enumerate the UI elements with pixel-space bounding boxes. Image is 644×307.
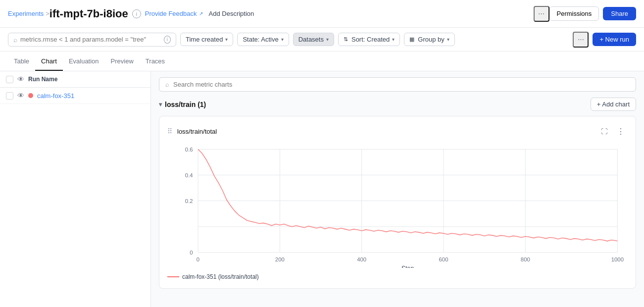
run-row[interactable]: 👁 calm-fox-351 [0,88,150,104]
svg-text:0.6: 0.6 [185,147,193,153]
breadcrumb[interactable]: Experiments > [8,10,50,17]
section-collapse-icon[interactable]: ▾ [159,101,162,108]
breadcrumb-label[interactable]: Experiments [8,10,44,17]
datasets-dropdown[interactable]: Datasets ▾ [293,33,334,46]
svg-text:Step: Step [401,265,414,268]
search-box: ⌕ i [8,33,176,47]
chart-more-button[interactable]: ⋮ [614,124,628,138]
tabs-bar: Table Chart Evaluation Preview Traces [0,51,644,71]
state-chevron-icon: ▾ [281,37,284,42]
svg-text:600: 600 [439,256,448,262]
metric-search-icon: ⌕ [165,81,169,88]
new-run-button[interactable]: + New run [593,33,636,46]
right-panel: ⌕ ▾ loss/train (1) + Add chart ⠿ loss/tr… [151,71,644,307]
run-name-column-header: Run Name [28,76,57,83]
section-header: ▾ loss/train (1) + Add chart [159,98,636,111]
svg-text:0.4: 0.4 [185,172,193,178]
sort-chevron-icon: ▾ [392,37,395,42]
add-chart-button[interactable]: + Add chart [591,98,636,111]
toolbar-more-button[interactable]: ⋯ [573,32,589,48]
breadcrumb-sep: > [46,10,50,17]
chart-expand-button[interactable]: ⛶ [597,124,611,138]
page-title: ift-mpt-7b-i8ioe [50,7,128,20]
tab-preview[interactable]: Preview [105,52,140,71]
svg-text:200: 200 [275,256,285,262]
svg-text:1000: 1000 [611,256,624,262]
metric-search-input[interactable] [173,81,630,88]
top-header: Experiments > ift-mpt-7b-i8ioe i Provide… [0,0,644,28]
time-created-dropdown[interactable]: Time created ▾ [180,33,233,46]
header-more-button[interactable]: ⋯ [534,6,549,22]
chart-title: loss/train/total [177,128,217,135]
tab-chart[interactable]: Chart [35,52,63,71]
svg-text:800: 800 [521,256,530,262]
state-dropdown[interactable]: State: Active ▾ [237,33,289,46]
chart-title-container: ⠿ loss/train/total [167,127,217,135]
run-visibility-toggle[interactable]: 👁 [17,92,24,100]
tab-table[interactable]: Table [8,52,35,71]
feedback-link[interactable]: Provide Feedback ↗ [145,10,203,17]
sort-dropdown[interactable]: ⇅ Sort: Created ▾ [338,33,400,46]
permissions-button[interactable]: Permissions [549,6,599,21]
search-icon: ⌕ [13,36,17,44]
info-icon[interactable]: i [132,9,141,18]
group-by-dropdown[interactable]: ▦ Group by ▾ [404,33,454,46]
main-content: 👁 Run Name 👁 calm-fox-351 ⌕ ▾ loss/train… [0,71,644,307]
toolbar: ⌕ i Time created ▾ State: Active ▾ Datas… [0,28,644,51]
run-name-link[interactable]: calm-fox-351 [37,92,74,100]
run-table-header: 👁 Run Name [0,71,150,88]
drag-handle-icon[interactable]: ⠿ [167,127,172,135]
search-info-icon[interactable]: i [164,36,171,44]
legend-line-color [167,276,179,277]
section-title-text: loss/train (1) [165,101,206,108]
group-by-chevron-icon: ▾ [447,37,449,42]
svg-text:0: 0 [197,256,199,262]
loss-chart: 0.6 0.4 0.2 0 0 200 400 600 800 1000 Ste… [167,144,628,268]
chart-actions: ⛶ ⋮ [597,124,628,138]
add-description-button[interactable]: Add Description [209,10,254,17]
svg-text:0: 0 [190,250,193,256]
svg-text:0.2: 0.2 [185,198,193,204]
run-checkbox[interactable] [6,92,13,100]
select-all-checkbox[interactable] [6,76,13,83]
chart-card-header: ⠿ loss/train/total ⛶ ⋮ [167,124,628,138]
datasets-chevron-icon: ▾ [326,37,329,42]
external-link-icon: ↗ [199,11,203,16]
left-panel: 👁 Run Name 👁 calm-fox-351 [0,71,151,307]
legend-label: calm-fox-351 (loss/train/total) [182,273,259,280]
section-title-container: ▾ loss/train (1) [159,101,206,108]
run-color-dot [28,93,33,98]
metric-search-box: ⌕ [159,77,636,92]
visibility-toggle-all[interactable]: 👁 [17,75,24,83]
share-button[interactable]: Share [603,7,636,20]
chart-card: ⠿ loss/train/total ⛶ ⋮ [159,116,636,289]
time-created-chevron-icon: ▾ [225,37,228,42]
tab-evaluation[interactable]: Evaluation [63,52,105,71]
chart-container: 0.6 0.4 0.2 0 0 200 400 600 800 1000 Ste… [167,144,628,269]
svg-text:400: 400 [357,256,366,262]
tab-traces[interactable]: Traces [140,52,171,71]
chart-legend: calm-fox-351 (loss/train/total) [167,273,628,280]
search-input[interactable] [20,36,161,43]
